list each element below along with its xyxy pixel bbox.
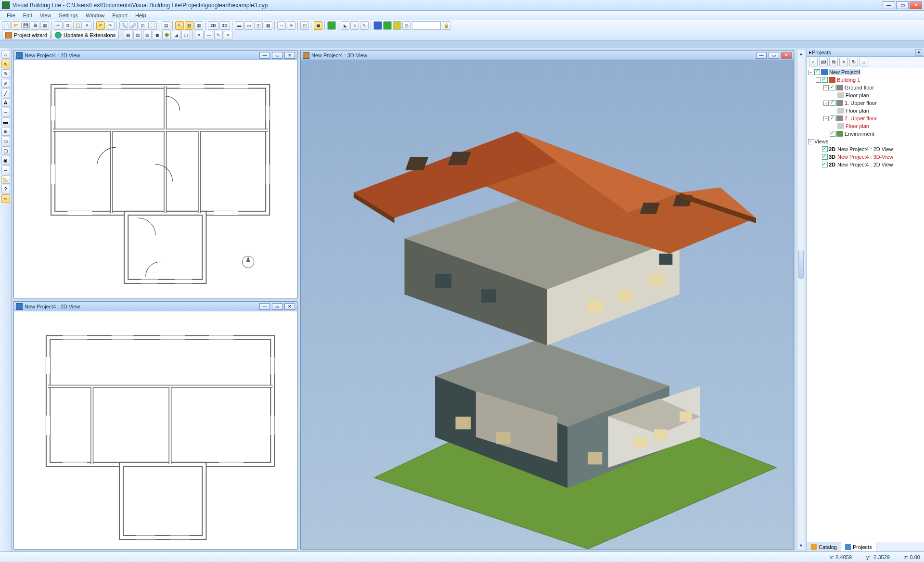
ltool-text-icon[interactable]: A (1, 98, 10, 107)
tab-projects[interactable]: Projects (841, 542, 876, 551)
tree-toggle-icon[interactable]: − (808, 139, 813, 144)
tb-lock-icon[interactable]: 🔒 (442, 21, 450, 30)
menu-settings[interactable]: Settings (55, 12, 82, 19)
tree-toggle-icon[interactable]: − (808, 70, 813, 75)
panel-tb-delete-icon[interactable]: ✕ (839, 58, 848, 66)
tb-layer-icon[interactable]: ▤ (162, 21, 170, 30)
tb-save-icon[interactable]: 💾 (21, 21, 30, 30)
menu-view[interactable]: View (36, 12, 55, 19)
tree-toggle-icon[interactable]: − (823, 116, 829, 121)
tb2-grid2-icon[interactable]: ▤ (133, 31, 142, 39)
tree-row[interactable]: 3DNew Project4 : 3D-View (808, 153, 923, 161)
tb-roof-icon[interactable]: ◣ (341, 21, 349, 30)
tb-yellow-icon[interactable] (393, 21, 401, 30)
ltool-list-icon[interactable]: ≡ (1, 127, 10, 136)
view-maximize-button[interactable]: ▭ (272, 303, 282, 310)
tb2-paint-icon[interactable]: ✎ (214, 31, 223, 39)
tree-checkbox[interactable] (822, 162, 828, 167)
tree-checkbox[interactable] (830, 100, 835, 106)
tb-new-icon[interactable]: 📄 (2, 21, 11, 30)
scroll-up-icon[interactable]: ▲ (797, 50, 805, 58)
view-close-button[interactable]: ✕ (781, 52, 792, 59)
tree-checkbox[interactable] (822, 146, 828, 152)
tree-checkbox[interactable] (830, 131, 835, 137)
ltool-edit-icon[interactable]: ✎ (1, 69, 10, 78)
tb-blue-icon[interactable] (373, 21, 382, 30)
tree-checkbox[interactable] (830, 115, 835, 121)
tree-row[interactable]: 2DNew Project4 : 2D View (808, 161, 923, 168)
tb2-fill-icon[interactable]: ◼ (153, 31, 161, 39)
ltool-door-icon[interactable]: ▭ (1, 137, 10, 145)
tree-toggle-icon[interactable]: − (823, 85, 829, 90)
scroll-thumb[interactable] (798, 250, 804, 279)
ltool-wall-icon[interactable]: ▬ (1, 117, 10, 126)
view-canvas[interactable] (14, 60, 297, 298)
tree-row[interactable]: −2. Upper floor (808, 115, 923, 122)
tb-open-icon[interactable]: 📂 (12, 21, 20, 30)
tree-row[interactable]: Floor plan (808, 91, 923, 99)
tb-window-split-icon[interactable]: ◫ (254, 21, 263, 30)
view-canvas[interactable] (14, 311, 297, 549)
view-maximize-button[interactable]: ▭ (272, 52, 282, 59)
tree-row[interactable]: Floor plan (808, 107, 923, 115)
tb-undo-icon[interactable]: ↶ (96, 21, 105, 30)
tb-copy-icon[interactable]: ⧉ (64, 21, 72, 30)
tb-color-icon[interactable]: ◼ (314, 21, 322, 30)
panel-options-button[interactable]: ▾ (915, 49, 922, 56)
tree-row[interactable]: −Views (808, 138, 923, 145)
tree-toggle-icon[interactable]: − (816, 77, 821, 83)
ltool-window-icon[interactable]: ▢ (1, 146, 10, 155)
view-minimize-button[interactable]: — (259, 52, 270, 59)
view-close-button[interactable]: ✕ (284, 52, 295, 59)
ltool-object-icon[interactable]: ◉ (1, 156, 10, 165)
ltool-help-icon[interactable]: ? (1, 185, 10, 193)
tb-2d-icon[interactable]: 2D (208, 21, 218, 30)
vertical-scrollbar[interactable]: ▲ ▼ (797, 50, 805, 549)
tree-checkbox[interactable] (822, 77, 828, 83)
ltool-home-icon[interactable]: ⌂ (1, 50, 10, 59)
view-3d-canvas[interactable] (301, 60, 794, 549)
tb-window-grid-icon[interactable]: ▦ (264, 21, 272, 30)
panel-tb-check-icon[interactable]: ✓ (809, 58, 818, 66)
tree-checkbox[interactable] (814, 69, 820, 75)
tree-toggle-icon[interactable]: − (823, 101, 829, 106)
close-button[interactable]: ✕ (910, 1, 922, 9)
tb-redo-icon[interactable]: ↷ (106, 21, 115, 30)
tb-stairs-icon[interactable]: ≡ (350, 21, 359, 30)
tree-row[interactable]: Environment (808, 130, 923, 138)
tree-row[interactable]: 2DNew Project4 : 2D View (808, 145, 923, 153)
tb-color2-icon[interactable] (327, 21, 336, 30)
tb2-tree-icon[interactable]: 🌳 (162, 31, 171, 39)
tb-dimension-icon[interactable]: ↔ (277, 21, 286, 30)
view-minimize-button[interactable]: — (259, 303, 270, 310)
view-maximize-button[interactable]: ▭ (769, 52, 779, 59)
tb-clock-icon[interactable]: ◷ (402, 21, 411, 30)
tree-checkbox[interactable] (830, 85, 835, 90)
tb-window-cascade-icon[interactable]: ▭ (244, 21, 253, 30)
tb-cut-icon[interactable]: ✂ (54, 21, 63, 30)
menu-export[interactable]: Export (108, 12, 131, 19)
project-tree[interactable]: −New Project4−Building 1−Ground floorFlo… (807, 67, 924, 542)
tb-select-icon[interactable]: ↖ (175, 21, 184, 30)
menu-edit[interactable]: Edit (19, 12, 36, 19)
tb-paste-icon[interactable]: 📋 (73, 21, 82, 30)
tb-green-icon[interactable] (383, 21, 392, 30)
tb2-area-icon[interactable]: ◢ (172, 31, 180, 39)
view-minimize-button[interactable]: — (756, 52, 767, 59)
tb-object-icon[interactable]: ✎ (360, 21, 369, 30)
view-close-button[interactable]: ✕ (284, 303, 295, 310)
tb-group-icon[interactable]: ◱ (300, 21, 309, 30)
tb-window-tile-icon[interactable]: ▬ (235, 21, 244, 30)
ltool-select-icon[interactable]: ↖ (1, 60, 10, 68)
panel-tb-duplicate-icon[interactable]: ⧉ (829, 58, 838, 66)
tb-zoom-window-icon[interactable]: ⛶ (148, 21, 157, 30)
tb-template-icon[interactable]: ▦ (40, 21, 49, 30)
tree-row[interactable]: −Building 1 (808, 76, 923, 84)
menu-help[interactable]: Help (131, 12, 150, 19)
scroll-down-icon[interactable]: ▼ (797, 542, 805, 549)
tb-zoom-in-icon[interactable]: 🔍 (119, 21, 128, 30)
tb2-star-icon[interactable]: ✦ (224, 31, 232, 39)
tree-row[interactable]: −1. Upper floor (808, 99, 923, 107)
panel-tb-home-icon[interactable]: ⌂ (860, 58, 868, 66)
tb-3d-icon[interactable]: 3D (219, 21, 230, 30)
